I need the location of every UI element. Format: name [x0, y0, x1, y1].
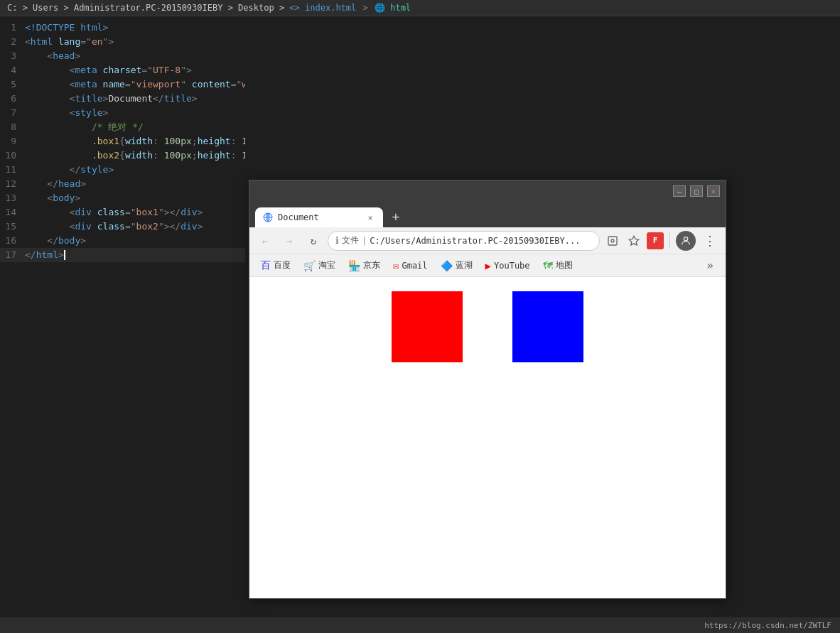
- tab-favicon: [262, 212, 274, 223]
- maximize-button[interactable]: □: [690, 185, 703, 197]
- profile-button[interactable]: [676, 231, 696, 251]
- readinglist-button[interactable]: F: [647, 232, 664, 249]
- back-button[interactable]: ←: [255, 231, 275, 251]
- code-line-7: 7 <style>: [0, 106, 245, 120]
- gmail-icon: ✉: [393, 260, 399, 271]
- maps-label: 地图: [556, 259, 573, 271]
- code-line-4: 4 <meta charset="UTF-8">: [0, 63, 245, 77]
- youtube-icon: ▶: [485, 260, 491, 271]
- bookmarks-more-button[interactable]: »: [700, 256, 720, 276]
- browser-tab[interactable]: Document ✕: [255, 207, 383, 227]
- code-line-13: 13 <body>: [0, 191, 245, 205]
- bookmark-baidu[interactable]: 百 百度: [255, 257, 296, 274]
- baidu-icon: 百: [261, 259, 271, 272]
- reload-button[interactable]: ↻: [303, 231, 323, 251]
- browser-toolbar: ← → ↻ ℹ 文件 | C:/Users/Administrator.PC-2…: [249, 227, 726, 254]
- bookmark-jd[interactable]: 🏪 京东: [343, 257, 386, 274]
- browser-content: [249, 277, 726, 598]
- svg-point-3: [611, 239, 614, 242]
- baidu-label: 百度: [274, 259, 291, 271]
- code-line-12: 12 </head>: [0, 177, 245, 191]
- close-button[interactable]: ✕: [707, 185, 720, 197]
- lanhu-icon: 🔷: [441, 260, 453, 271]
- breadcrumb: C: > Users > Administrator.PC-20150930IE…: [0, 0, 840, 16]
- code-line-14: 14 <div class="box1"></div>: [0, 205, 245, 220]
- code-editor: 1 <!DOCTYPE html> 2 <html lang="en"> 3 <…: [0, 18, 245, 633]
- code-lines: 1 <!DOCTYPE html> 2 <html lang="en"> 3 <…: [0, 18, 245, 265]
- new-tab-button[interactable]: +: [386, 206, 406, 226]
- code-line-2: 2 <html lang="en">: [0, 35, 245, 49]
- code-line-16: 16 </body>: [0, 234, 245, 248]
- browser-window: — □ ✕ Document ✕ + ← → ↻ ℹ 文件 | C:/Users…: [249, 180, 726, 599]
- breadcrumb-active: 🌐 html: [375, 3, 411, 13]
- bookmark-lanhhu[interactable]: 🔷 蓝湖: [435, 257, 478, 274]
- forward-button[interactable]: →: [279, 231, 299, 251]
- tab-title: Document: [278, 212, 360, 222]
- svg-marker-4: [629, 236, 638, 245]
- taobao-icon: 🛒: [303, 260, 316, 271]
- jd-icon: 🏪: [348, 260, 360, 271]
- code-line-15: 15 <div class="box2"></div>: [0, 220, 245, 234]
- code-line-9: 9 .box1{width: 100px;height: 100px;backg…: [0, 134, 245, 148]
- address-text: C:/Users/Administrator.PC-20150930IEBY..…: [370, 236, 592, 246]
- address-bar[interactable]: ℹ 文件 | C:/Users/Administrator.PC-2015093…: [328, 231, 600, 251]
- code-line-11: 11 </style>: [0, 163, 245, 177]
- breadcrumb-file: <> index.html: [289, 3, 356, 13]
- code-line-17: 17 </html>: [0, 248, 245, 262]
- blue-box: [512, 291, 583, 362]
- toolbar-separator: [669, 233, 670, 249]
- jd-label: 京东: [363, 259, 380, 271]
- code-line-1: 1 <!DOCTYPE html>: [0, 21, 245, 35]
- svg-point-5: [684, 237, 687, 240]
- screenshot-button[interactable]: [604, 232, 621, 249]
- browser-titlebar: — □ ✕: [249, 180, 726, 202]
- breadcrumb-path: C: > Users > Administrator.PC-20150930IE…: [7, 3, 289, 13]
- taobao-label: 淘宝: [318, 259, 335, 271]
- address-info-icon: ℹ: [335, 235, 339, 246]
- maps-icon: 🗺: [543, 260, 553, 271]
- svg-rect-2: [608, 237, 617, 245]
- address-separator: |: [362, 236, 367, 246]
- chrome-menu-button[interactable]: ⋮: [700, 231, 720, 251]
- status-bar: https://blog.csdn.net/ZWTLF: [0, 617, 840, 633]
- code-line-3: 3 <head>: [0, 49, 245, 63]
- red-box: [392, 291, 463, 362]
- browser-tabbar: Document ✕ +: [249, 202, 726, 227]
- gmail-label: Gmail: [402, 261, 427, 271]
- minimize-button[interactable]: —: [673, 185, 686, 197]
- status-url: https://blog.csdn.net/ZWTLF: [704, 621, 831, 630]
- bookmark-taobao[interactable]: 🛒 淘宝: [298, 257, 341, 274]
- code-line-8: 8 /* 绝对 */: [0, 120, 245, 134]
- code-line-5: 5 <meta name="viewport" content="width=d…: [0, 77, 245, 92]
- lanhu-label: 蓝湖: [456, 259, 473, 271]
- bookmark-gmail[interactable]: ✉ Gmail: [387, 258, 434, 274]
- youtube-label: YouTube: [494, 261, 530, 271]
- bookmark-youtube[interactable]: ▶ YouTube: [480, 258, 536, 274]
- address-file-label: 文件: [342, 234, 359, 247]
- bookmark-button[interactable]: [625, 232, 642, 249]
- code-line-6: 6 <title>Document</title>: [0, 92, 245, 106]
- bookmark-maps[interactable]: 🗺 地图: [537, 257, 578, 274]
- tab-close-button[interactable]: ✕: [365, 212, 376, 223]
- code-line-10: 10 .box2{width: 100px;height: 100px;back…: [0, 148, 245, 163]
- bookmarks-bar: 百 百度 🛒 淘宝 🏪 京东 ✉ Gmail 🔷 蓝湖 ▶ YouTube 🗺 …: [249, 254, 726, 277]
